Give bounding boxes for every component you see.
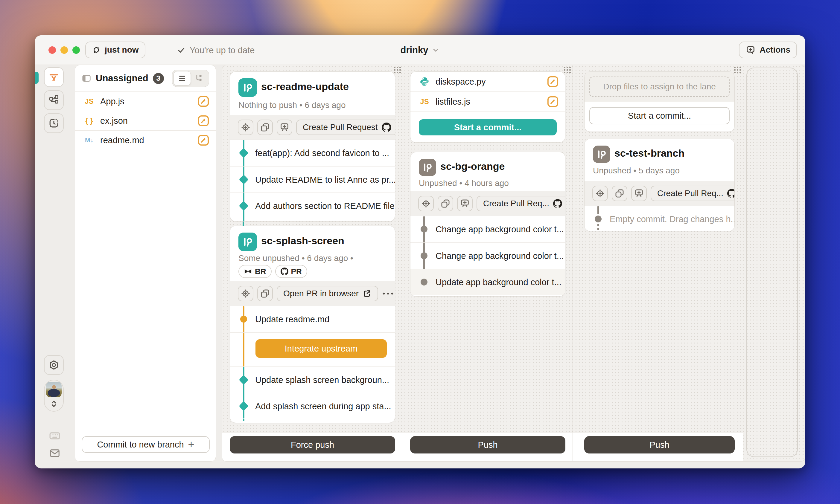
pr-template-button[interactable] xyxy=(631,186,647,201)
project-selector[interactable]: drinky xyxy=(400,35,439,65)
actions-button[interactable]: Actions xyxy=(739,41,797,58)
branch-review-badge[interactable]: BR xyxy=(239,265,272,278)
create-pull-request-button[interactable]: Create Pull Request xyxy=(296,120,395,135)
github-icon xyxy=(727,189,735,198)
branch-title[interactable]: sc-readme-update xyxy=(261,81,349,92)
assign-changes-button[interactable] xyxy=(238,120,253,135)
branch-icon xyxy=(239,233,257,251)
modified-icon xyxy=(547,76,559,87)
commit-row[interactable]: Update app background color t... xyxy=(410,269,565,295)
zoom-button[interactable] xyxy=(72,46,80,54)
create-pr-label: Create Pull Req... xyxy=(657,188,723,198)
branch-title[interactable]: sc-bg-orange xyxy=(440,161,505,172)
file-row-exjson[interactable]: { } ex.json xyxy=(75,111,216,130)
assign-changes-button[interactable] xyxy=(592,186,608,201)
branch-header: sc-bg-orange Unpushed • 4 hours ago xyxy=(410,152,565,191)
list-icon xyxy=(178,74,187,83)
pr-template-button[interactable] xyxy=(277,120,292,135)
branch-glyph-icon xyxy=(422,162,433,173)
lane-drag-handle[interactable] xyxy=(393,67,401,73)
sidebar-item-history[interactable] xyxy=(44,113,64,133)
minimize-button[interactable] xyxy=(60,46,68,54)
commit-row[interactable]: Update splash screen backgroun... xyxy=(230,366,395,393)
start-commit-button[interactable]: Start a commit... xyxy=(419,119,557,136)
close-button[interactable] xyxy=(49,46,56,54)
workbench-icon xyxy=(48,71,59,83)
force-push-button[interactable]: Force push xyxy=(230,436,395,453)
commit-row[interactable]: Change app background color t... xyxy=(410,216,565,242)
branch-menu-button[interactable] xyxy=(382,292,394,295)
sync-status-button[interactable]: just now xyxy=(85,41,145,58)
file-row-diskspacepy[interactable]: diskspace.py xyxy=(410,72,565,91)
push-button[interactable]: Push xyxy=(584,436,735,453)
settings-button[interactable] xyxy=(44,355,64,375)
user-avatar xyxy=(46,382,62,397)
assign-icon xyxy=(241,122,251,132)
create-pull-request-button[interactable]: Create Pull Req... xyxy=(651,186,735,201)
open-pr-in-browser-button[interactable]: Open PR in browser xyxy=(277,286,378,301)
python-logo-icon xyxy=(418,76,431,87)
commit-to-new-branch-button[interactable]: Commit to new branch + xyxy=(82,436,210,453)
commit-message: Change app background color t... xyxy=(436,251,564,261)
branch-icon xyxy=(419,159,436,176)
copy-branch-button[interactable] xyxy=(257,286,273,301)
file-row-listfilesjs[interactable]: JS listfiles.js xyxy=(410,91,565,111)
empty-lane-dropzone[interactable] xyxy=(746,68,798,457)
copy-branch-button[interactable] xyxy=(612,186,627,201)
assign-changes-button[interactable] xyxy=(238,286,253,301)
modified-icon xyxy=(198,134,209,146)
project-name: drinky xyxy=(400,45,428,56)
tree-view-toggle[interactable] xyxy=(191,71,208,86)
pull-request-badge[interactable]: PR xyxy=(275,265,307,278)
workspace-canvas: sc-readme-update Nothing to push • 6 day… xyxy=(222,65,805,462)
file-row-readmemd[interactable]: M↓ readme.md xyxy=(75,130,216,150)
create-pull-request-button[interactable]: Create Pull Req... xyxy=(476,196,565,211)
commit-line-connector xyxy=(243,221,244,226)
commit-marker xyxy=(239,201,249,211)
branch-header: sc-test-branch Unpushed • 5 days ago xyxy=(584,139,734,181)
commit-row[interactable]: Change app background color t... xyxy=(410,242,565,269)
external-link-icon xyxy=(363,289,371,298)
lane-drag-handle[interactable] xyxy=(563,67,571,73)
commit-marker xyxy=(421,226,427,233)
lane-drag-handle[interactable] xyxy=(734,67,741,73)
commit-row[interactable]: Add authors section to README file xyxy=(230,193,395,219)
sync-icon xyxy=(92,46,101,54)
copy-branch-button[interactable] xyxy=(438,196,453,211)
upstream-commit-row[interactable]: Update readme.md xyxy=(230,306,395,332)
sidebar-item-workspace[interactable] xyxy=(44,67,64,87)
commit-to-new-branch-label: Commit to new branch xyxy=(97,440,184,450)
push-button[interactable]: Push xyxy=(410,436,565,453)
view-toggle xyxy=(172,70,209,87)
commit-message: Update README to list Anne as pr... xyxy=(255,175,395,184)
commit-message: Update splash screen backgroun... xyxy=(255,375,389,385)
profile-switcher[interactable] xyxy=(44,380,64,412)
lane-divider xyxy=(403,65,403,461)
file-dropzone[interactable]: Drop files to assign to the lane xyxy=(589,76,730,97)
assign-icon xyxy=(595,188,605,198)
commit-row[interactable]: Add splash screen during app sta... xyxy=(230,393,395,419)
feedback-mail-button[interactable] xyxy=(49,447,61,459)
unassigned-count-badge: 3 xyxy=(153,73,164,84)
new-commit-card: Drop files to assign to the lane Start a… xyxy=(584,71,735,132)
start-commit-button[interactable]: Start a commit... xyxy=(589,107,730,124)
assign-changes-button[interactable] xyxy=(418,196,434,211)
branch-title[interactable]: sc-splash-screen xyxy=(261,235,344,247)
branch-meta: Unpushed • 4 hours ago xyxy=(419,178,509,188)
branch-title[interactable]: sc-test-branch xyxy=(614,147,684,159)
list-view-toggle[interactable] xyxy=(174,71,191,86)
empty-commit-message: Empty commit. Drag changes h... xyxy=(610,214,735,224)
commit-message: Add authors section to README file xyxy=(255,201,395,211)
branch-badges: BR PR xyxy=(239,265,307,278)
integrate-upstream-button[interactable]: Integrate upstream xyxy=(256,339,387,358)
pr-template-button[interactable] xyxy=(457,196,473,211)
js-file-icon: JS xyxy=(82,97,96,106)
commit-row[interactable]: feat(app): Add second favicon to ... xyxy=(230,140,395,166)
commit-row[interactable]: Update README to list Anne as pr... xyxy=(230,166,395,193)
sidebar-item-branches[interactable] xyxy=(44,90,64,110)
file-row-appjs[interactable]: JS App.js xyxy=(75,91,216,111)
keyboard-shortcuts-button[interactable] xyxy=(49,430,61,442)
markdown-file-icon: M↓ xyxy=(82,137,96,144)
copy-branch-button[interactable] xyxy=(257,120,273,135)
commit-line xyxy=(597,206,599,214)
